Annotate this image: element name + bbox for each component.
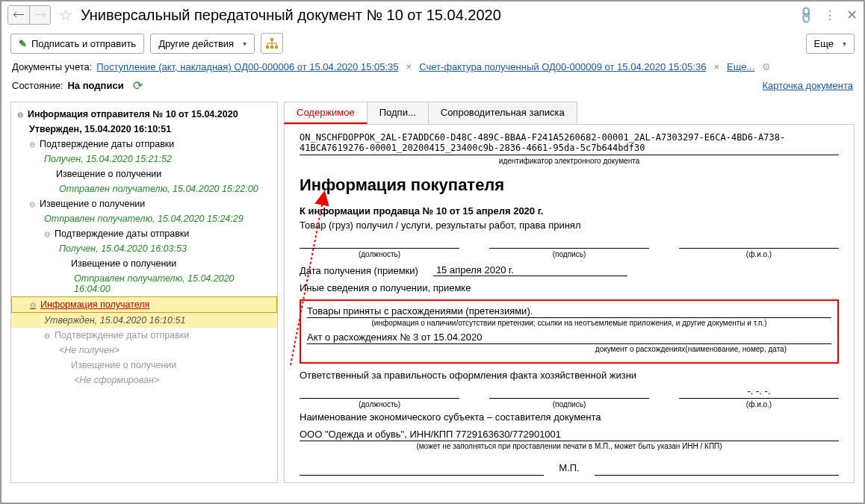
- tab-signatures[interactable]: Подпи...: [367, 102, 429, 124]
- claims-box: Товары приняты с расхождениями (претензи…: [300, 299, 839, 364]
- sign-icon: ✎: [19, 38, 27, 49]
- tree-n7[interactable]: ⊖Подтверждение даты отправки: [11, 328, 277, 343]
- tree-root-status: Утвержден, 15.04.2020 16:10:51: [11, 122, 277, 137]
- tree-n2-status: Отправлен получателю, 15.04.2020 15:22:0…: [11, 181, 277, 196]
- tree-n2[interactable]: Извещение о получении: [11, 167, 277, 181]
- kebab-icon[interactable]: ⋮: [824, 8, 836, 22]
- mp-right: [595, 462, 839, 476]
- collapse-icon[interactable]: ⊖: [30, 301, 36, 309]
- tab-note[interactable]: Сопроводительная записка: [428, 102, 577, 124]
- resp-fio: -. -. -.: [679, 385, 839, 399]
- structure-button[interactable]: [261, 33, 283, 54]
- tree-n5[interactable]: Извещение о получении: [11, 256, 277, 271]
- nav-buttons: 🡐 🡒: [7, 5, 51, 25]
- docrow-label: Документы учета:: [12, 61, 92, 72]
- doc-id-label: идентификатор электронного документа: [300, 157, 839, 165]
- tree-n8-status: <Не сформирован>: [11, 373, 277, 388]
- responsible: Ответственный за правильность оформления…: [300, 370, 839, 381]
- collapse-icon[interactable]: ⊖: [44, 332, 50, 340]
- close-icon[interactable]: ✕: [846, 7, 858, 23]
- sig-sign-label: (подпись): [489, 250, 649, 258]
- collapse-icon[interactable]: ⊖: [29, 200, 35, 208]
- seller-ref: К информации продавца № 10 от 15 апреля …: [300, 205, 839, 217]
- claim-sub: (информация о наличии/отсутствии претенз…: [307, 319, 831, 327]
- tree-root[interactable]: ⊖Информация отправителя № 10 от 15.04.20…: [11, 107, 277, 122]
- doc-heading: Информация покупателя: [300, 175, 839, 195]
- sig-signature: [489, 235, 649, 249]
- collapse-icon[interactable]: ⊖: [44, 230, 50, 238]
- other-actions-button[interactable]: Другие действия: [150, 34, 255, 54]
- received-line: Товар (груз) получил / услуги, результат…: [300, 220, 839, 231]
- tab-content[interactable]: Содержимое: [284, 102, 368, 124]
- status-label: Состояние:: [12, 80, 63, 91]
- structure-icon: [266, 38, 278, 49]
- doc-id: ON_NSCHFDOPPOK_2AL-E7ADDC60-D48C-489C-BB…: [300, 132, 839, 155]
- gear-icon[interactable]: ⚙: [762, 61, 771, 72]
- svg-rect-0: [270, 38, 273, 41]
- collapse-icon[interactable]: ⊖: [29, 140, 35, 149]
- back-button[interactable]: 🡐: [8, 6, 29, 24]
- svg-rect-3: [275, 46, 278, 49]
- sig-pos-label: (должность): [300, 250, 459, 258]
- svg-rect-2: [270, 46, 273, 49]
- resp-pos-label: (должность): [300, 400, 459, 408]
- page-title: Универсальный передаточный документ № 10…: [81, 7, 799, 24]
- act-sub: документ о расхождениях(наименование, но…: [307, 345, 831, 353]
- tree-n3[interactable]: ⊖Извещение о получении: [11, 196, 277, 211]
- status-value: На подписи: [67, 80, 123, 91]
- more-label: Еще: [814, 38, 834, 49]
- resp-sign-label: (подпись): [489, 400, 649, 408]
- tree-n3-status: Отправлен получателю, 15.04.2020 15:24:2…: [11, 211, 277, 226]
- document-preview: ON_NSCHFDOPPOK_2AL-E7ADDC60-D48C-489C-BB…: [284, 124, 855, 483]
- sig-fio: [679, 235, 839, 249]
- resp-signature: [489, 385, 649, 399]
- sig-fio-label: (ф.и.о.): [679, 250, 839, 258]
- tree-n7-status: <Не получен>: [11, 343, 277, 358]
- doc-link-2[interactable]: Счет-фактура полученный ОД00-000009 от 1…: [419, 61, 706, 72]
- more-button[interactable]: Еще: [806, 34, 855, 54]
- sign-send-button[interactable]: ✎ Подписать и отправить: [10, 34, 144, 54]
- sign-send-label: Подписать и отправить: [31, 38, 136, 49]
- tree-n4[interactable]: ⊖Подтверждение даты отправки: [11, 226, 277, 241]
- date-recv-value: 15 апреля 2020 г.: [433, 264, 627, 276]
- other-info: Иные сведения о получении, приемке: [300, 282, 839, 293]
- doc-card-link[interactable]: Карточка документа: [763, 80, 853, 91]
- tree-n6-status: Утвержден, 15.04.2020 16:10:51: [11, 313, 277, 328]
- resp-position: [300, 385, 459, 399]
- tree-n5-status: Отправлен получателю, 15.04.2020 16:04:0…: [11, 271, 277, 296]
- claim-text: Товары приняты с расхождениями (претензи…: [307, 305, 831, 318]
- tree-n8[interactable]: Извещение о получении: [11, 358, 277, 373]
- tree-pane: ⊖Информация отправителя № 10 от 15.04.20…: [10, 102, 278, 483]
- tree-n1[interactable]: ⊖Подтверждение даты отправки: [11, 137, 277, 152]
- other-actions-label: Другие действия: [158, 38, 234, 49]
- subject-sub: (может не заполняться при проставлении п…: [300, 442, 839, 450]
- resp-fio-label: (ф.и.о.): [679, 400, 839, 408]
- mp-left: [300, 462, 544, 476]
- doc-link-more[interactable]: Еще...: [727, 61, 754, 72]
- subject-value: ООО "Одежда и обувь", ИНН/КПП 7729163630…: [300, 429, 839, 441]
- doc-link-1-close[interactable]: ×: [406, 61, 412, 72]
- forward-button[interactable]: 🡒: [29, 6, 50, 24]
- doc-link-2-close[interactable]: ×: [713, 61, 719, 72]
- favorite-icon[interactable]: ☆: [57, 6, 75, 24]
- tree-n6-selected[interactable]: ⊖Информация получателя: [11, 296, 277, 313]
- mp-label: М.П.: [544, 462, 594, 476]
- tree-n1-status: Получен, 15.04.2020 15:21:52: [11, 152, 277, 167]
- doc-link-1[interactable]: Поступление (акт, накладная) ОД00-000006…: [96, 61, 398, 72]
- link-icon[interactable]: 🔗: [796, 4, 816, 25]
- date-recv-label: Дата получения (приемки): [300, 265, 418, 276]
- sig-position: [300, 235, 459, 249]
- svg-rect-1: [266, 46, 269, 49]
- reload-icon[interactable]: ⟳: [133, 78, 143, 93]
- tree-n4-status: Получен, 15.04.2020 16:03:53: [11, 241, 277, 256]
- tabs: Содержимое Подпи... Сопроводительная зап…: [284, 102, 855, 124]
- act-text: Акт о расхождениях № 3 от 15.04.2020: [307, 332, 831, 344]
- subject-label: Наименование экономического субъекта – с…: [300, 411, 839, 423]
- collapse-icon[interactable]: ⊖: [17, 111, 23, 119]
